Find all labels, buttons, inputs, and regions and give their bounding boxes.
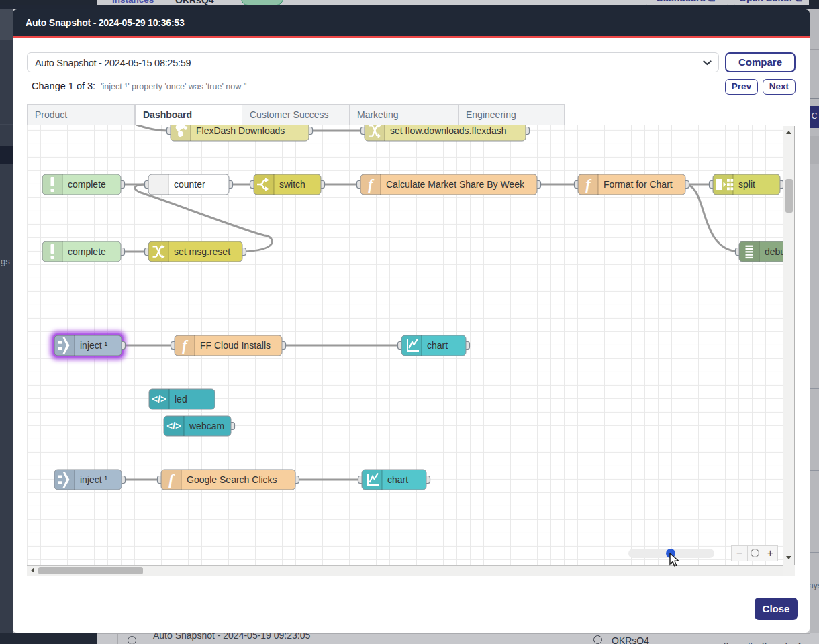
- svg-text:</>: </>: [166, 420, 181, 431]
- svg-text:led: led: [175, 394, 187, 405]
- svg-text:Format for Chart: Format for Chart: [604, 179, 673, 190]
- svg-text:complete: complete: [68, 179, 106, 190]
- svg-text:inject ¹: inject ¹: [80, 340, 108, 351]
- svg-text:Calculate Market Share By Week: Calculate Market Share By Week: [386, 179, 525, 190]
- svg-text:set flow.downloads.flexdash: set flow.downloads.flexdash: [390, 125, 507, 136]
- svg-text:chart: chart: [427, 340, 448, 351]
- svg-text:split: split: [738, 179, 755, 190]
- svg-text:complete: complete: [68, 246, 106, 257]
- svg-text:FF Cloud Installs: FF Cloud Installs: [200, 340, 271, 351]
- svg-text:counter: counter: [174, 179, 205, 190]
- svg-text:chart: chart: [387, 474, 408, 485]
- svg-text:inject ¹: inject ¹: [80, 474, 108, 485]
- svg-text:set msg.reset: set msg.reset: [174, 246, 230, 257]
- svg-text:</>: </>: [152, 393, 166, 405]
- svg-text:webcam: webcam: [189, 421, 224, 431]
- svg-text:FlexDash Downloads: FlexDash Downloads: [196, 125, 285, 136]
- svg-text:Google Search Clicks: Google Search Clicks: [187, 474, 277, 485]
- svg-text:debug: debug: [765, 246, 783, 257]
- svg-text:switch: switch: [279, 179, 305, 190]
